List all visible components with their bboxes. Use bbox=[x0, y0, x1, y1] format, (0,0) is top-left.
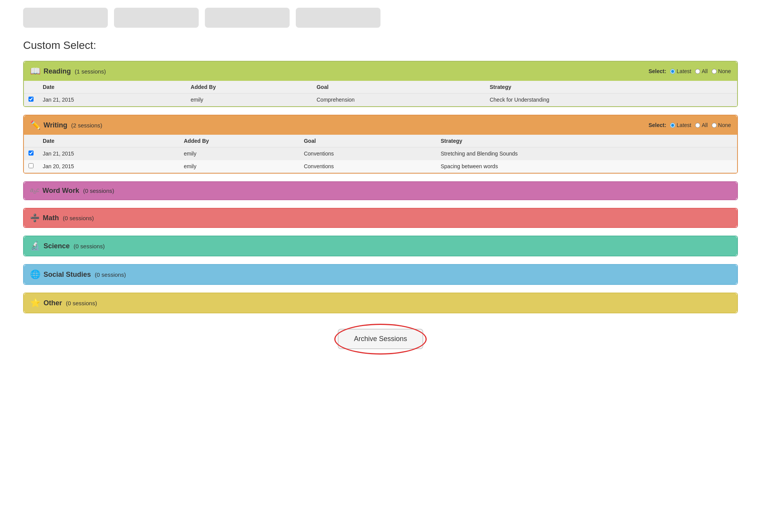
reading-select-label: Select: bbox=[649, 68, 666, 74]
table-row: Jan 21, 2015 emily Conventions Stretchin… bbox=[24, 147, 737, 160]
writing-session-count: (2 sessions) bbox=[71, 122, 102, 129]
writing-radio-none[interactable] bbox=[712, 123, 717, 128]
writing-col-check bbox=[24, 135, 38, 147]
reading-col-date: Date bbox=[38, 81, 186, 94]
writing-radio-latest[interactable] bbox=[670, 123, 675, 128]
writing-row1-addedby: emily bbox=[179, 147, 299, 160]
writing-row2-date: Jan 20, 2015 bbox=[38, 160, 179, 173]
reading-row1-check[interactable] bbox=[24, 94, 38, 106]
math-icon: ➗ bbox=[30, 213, 40, 223]
socialstudies-session-count: (0 sessions) bbox=[95, 271, 126, 278]
writing-table-header: Date Added By Goal Strategy bbox=[24, 135, 737, 147]
reading-radio-all[interactable] bbox=[695, 69, 700, 74]
reading-row1-date: Jan 21, 2015 bbox=[38, 94, 186, 106]
writing-row1-goal: Conventions bbox=[299, 147, 436, 160]
top-button-2[interactable] bbox=[114, 8, 199, 28]
top-button-4[interactable] bbox=[296, 8, 380, 28]
other-name: Other bbox=[44, 299, 62, 307]
reading-select-controls: Select: Latest All None bbox=[649, 68, 731, 74]
reading-table-header: Date Added By Goal Strategy bbox=[24, 81, 737, 94]
writing-row2-check[interactable] bbox=[24, 160, 38, 173]
writing-icon: ✏️ bbox=[30, 120, 40, 130]
subject-header-math: ➗ Math (0 sessions) bbox=[24, 209, 737, 227]
reading-checkbox-1[interactable] bbox=[28, 97, 34, 102]
writing-select-none[interactable]: None bbox=[712, 122, 731, 128]
writing-select-label: Select: bbox=[649, 122, 666, 128]
writing-select-controls: Select: Latest All None bbox=[649, 122, 731, 128]
science-session-count: (0 sessions) bbox=[74, 243, 105, 249]
writing-checkbox-2[interactable] bbox=[28, 163, 34, 168]
reading-radio-latest[interactable] bbox=[670, 69, 675, 74]
socialstudies-name: Social Studies bbox=[44, 271, 91, 279]
writing-row2-strategy: Spacing between words bbox=[436, 160, 737, 173]
reading-icon: 📖 bbox=[30, 66, 40, 76]
wordwork-icon: abc bbox=[30, 187, 39, 195]
subject-header-socialstudies: 🌐 Social Studies (0 sessions) bbox=[24, 265, 737, 284]
subject-block-wordwork: abc Word Work (0 sessions) bbox=[23, 181, 738, 200]
reading-select-none[interactable]: None bbox=[712, 68, 731, 74]
reading-col-check bbox=[24, 81, 38, 94]
reading-row1-addedby: emily bbox=[186, 94, 312, 106]
subject-block-writing: ✏️ Writing (2 sessions) Select: Latest A… bbox=[23, 115, 738, 174]
reading-select-latest[interactable]: Latest bbox=[670, 68, 691, 74]
reading-col-strategy: Strategy bbox=[485, 81, 737, 94]
section-title: Custom Select: bbox=[23, 39, 738, 52]
writing-col-addedby: Added By bbox=[179, 135, 299, 147]
writing-col-date: Date bbox=[38, 135, 179, 147]
table-row: Jan 21, 2015 emily Comprehension Check f… bbox=[24, 94, 737, 106]
subject-block-socialstudies: 🌐 Social Studies (0 sessions) bbox=[23, 264, 738, 285]
reading-radio-none[interactable] bbox=[712, 69, 717, 74]
writing-select-latest[interactable]: Latest bbox=[670, 122, 691, 128]
writing-col-goal: Goal bbox=[299, 135, 436, 147]
other-session-count: (0 sessions) bbox=[66, 300, 97, 306]
writing-radio-all[interactable] bbox=[695, 123, 700, 128]
reading-row1-goal: Comprehension bbox=[312, 94, 485, 106]
other-icon: ⭐ bbox=[30, 298, 40, 308]
reading-row1-strategy: Check for Understanding bbox=[485, 94, 737, 106]
writing-row2-addedby: emily bbox=[179, 160, 299, 173]
reading-session-count: (1 sessions) bbox=[75, 68, 106, 75]
subject-block-math: ➗ Math (0 sessions) bbox=[23, 208, 738, 228]
subject-block-reading: 📖 Reading (1 sessions) Select: Latest Al… bbox=[23, 61, 738, 107]
writing-table: Date Added By Goal Strategy Jan 21, 2015… bbox=[24, 135, 737, 173]
subject-header-reading: 📖 Reading (1 sessions) Select: Latest Al… bbox=[24, 62, 737, 81]
writing-col-strategy: Strategy bbox=[436, 135, 737, 147]
reading-table: Date Added By Goal Strategy Jan 21, 2015… bbox=[24, 81, 737, 106]
subject-header-other: ⭐ Other (0 sessions) bbox=[24, 293, 737, 313]
science-icon: 🔬 bbox=[30, 241, 40, 251]
writing-row1-check[interactable] bbox=[24, 147, 38, 160]
reading-col-addedby: Added By bbox=[186, 81, 312, 94]
top-button-1[interactable] bbox=[23, 8, 108, 28]
subject-header-writing: ✏️ Writing (2 sessions) Select: Latest A… bbox=[24, 115, 737, 135]
subject-block-other: ⭐ Other (0 sessions) bbox=[23, 293, 738, 313]
math-name: Math bbox=[43, 214, 59, 222]
archive-sessions-button[interactable]: Archive Sessions bbox=[338, 329, 423, 349]
subject-header-science: 🔬 Science (0 sessions) bbox=[24, 236, 737, 256]
socialstudies-icon: 🌐 bbox=[30, 269, 40, 279]
table-row: Jan 20, 2015 emily Conventions Spacing b… bbox=[24, 160, 737, 173]
reading-select-all[interactable]: All bbox=[695, 68, 708, 74]
writing-row2-goal: Conventions bbox=[299, 160, 436, 173]
writing-select-all[interactable]: All bbox=[695, 122, 708, 128]
wordwork-name: Word Work bbox=[42, 187, 79, 195]
subject-block-science: 🔬 Science (0 sessions) bbox=[23, 236, 738, 256]
writing-checkbox-1[interactable] bbox=[28, 151, 34, 156]
reading-name: Reading bbox=[44, 67, 71, 75]
math-session-count: (0 sessions) bbox=[63, 215, 94, 221]
writing-name: Writing bbox=[44, 121, 67, 129]
subject-header-wordwork: abc Word Work (0 sessions) bbox=[24, 182, 737, 199]
wordwork-session-count: (0 sessions) bbox=[83, 187, 114, 194]
top-button-3[interactable] bbox=[205, 8, 290, 28]
writing-row1-strategy: Stretching and Blending Sounds bbox=[436, 147, 737, 160]
writing-row1-date: Jan 21, 2015 bbox=[38, 147, 179, 160]
reading-col-goal: Goal bbox=[312, 81, 485, 94]
top-buttons-row bbox=[23, 8, 738, 28]
archive-btn-container: Archive Sessions bbox=[23, 329, 738, 349]
science-name: Science bbox=[44, 242, 70, 250]
